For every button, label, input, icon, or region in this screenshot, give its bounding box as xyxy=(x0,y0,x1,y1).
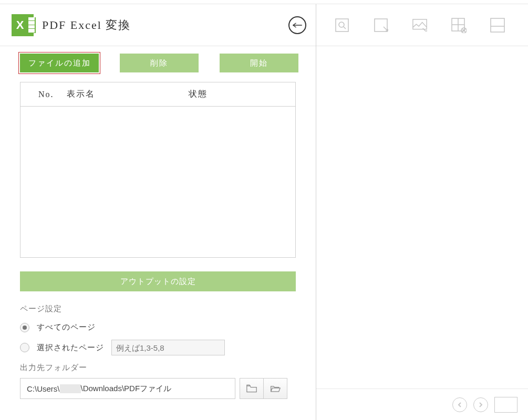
page-settings-label: ページ設定 xyxy=(20,304,296,314)
next-page-button[interactable] xyxy=(473,397,488,412)
left-header: X PDF Excel 変換 xyxy=(0,4,316,46)
add-file-button[interactable]: ファイルの追加 xyxy=(20,54,99,72)
folder-path-suffix: \Downloads\PDFファイル xyxy=(81,384,172,394)
left-panel: X PDF Excel 変換 ファイルの追加 削除 開始 No. 表示名 状態 … xyxy=(0,4,316,420)
fit-width-icon xyxy=(373,17,389,33)
svg-point-1 xyxy=(339,22,344,27)
open-folder-button[interactable] xyxy=(263,378,287,399)
radio-all-label: すべてのページ xyxy=(37,322,96,332)
svg-rect-4 xyxy=(413,19,427,29)
preview-footer xyxy=(316,388,528,420)
table-body[interactable] xyxy=(20,107,295,257)
col-no: No. xyxy=(38,90,67,99)
svg-rect-3 xyxy=(375,19,387,32)
page-title: PDF Excel 変換 xyxy=(42,17,131,33)
file-table: No. 表示名 状態 xyxy=(20,82,296,258)
radio-selected-pages[interactable] xyxy=(20,343,29,352)
output-folder-label: 出力先フォルダー xyxy=(20,363,296,373)
radio-all-pages[interactable] xyxy=(20,323,29,332)
image-icon xyxy=(412,18,428,31)
delete-button[interactable]: 削除 xyxy=(120,54,199,72)
grid-close-icon xyxy=(451,17,467,33)
svg-line-2 xyxy=(344,27,346,29)
excel-icon: X xyxy=(12,14,34,36)
fit-width-tool[interactable] xyxy=(373,17,389,33)
zoom-tool[interactable] xyxy=(334,17,350,33)
output-settings-button[interactable]: アウトプットの設定 xyxy=(20,271,296,291)
table-header: No. 表示名 状態 xyxy=(20,82,295,107)
page-range-input[interactable] xyxy=(111,340,225,355)
col-status: 状態 xyxy=(189,89,208,100)
folder-icon xyxy=(246,384,257,393)
redacted-username: xxxx xyxy=(60,384,81,393)
preview-toolbar xyxy=(316,4,528,46)
split-tool[interactable] xyxy=(490,17,505,33)
action-button-row: ファイルの追加 削除 開始 xyxy=(0,46,316,82)
back-button[interactable] xyxy=(288,16,306,34)
preview-area xyxy=(316,46,528,388)
chevron-left-icon xyxy=(457,402,462,407)
fit-page-tool[interactable] xyxy=(412,17,428,33)
col-name: 表示名 xyxy=(67,89,189,100)
arrow-left-icon xyxy=(293,22,302,28)
radio-row-selected: 選択されたページ xyxy=(20,340,296,355)
prev-page-button[interactable] xyxy=(452,397,467,412)
grid-tool[interactable] xyxy=(451,17,467,33)
output-folder-input[interactable]: C:\Users\xxxx\Downloads\PDFファイル xyxy=(20,378,235,399)
radio-row-all: すべてのページ xyxy=(20,322,296,332)
split-icon xyxy=(490,17,505,33)
folder-row: C:\Users\xxxx\Downloads\PDFファイル xyxy=(20,378,296,399)
svg-rect-0 xyxy=(336,19,348,32)
right-panel xyxy=(316,4,528,420)
start-button[interactable]: 開始 xyxy=(220,54,298,72)
magnifier-icon xyxy=(334,17,350,33)
page-number-box[interactable] xyxy=(494,397,517,413)
window-topbar xyxy=(0,0,528,4)
svg-rect-11 xyxy=(491,18,504,32)
browse-folder-button[interactable] xyxy=(240,378,264,399)
radio-selected-label: 選択されたページ xyxy=(37,343,104,353)
settings-group: ページ設定 すべてのページ 選択されたページ 出力先フォルダー C:\Users… xyxy=(0,304,316,399)
folder-path-prefix: C:\Users\ xyxy=(27,384,60,393)
chevron-right-icon xyxy=(478,402,483,407)
folder-open-icon xyxy=(270,384,281,393)
